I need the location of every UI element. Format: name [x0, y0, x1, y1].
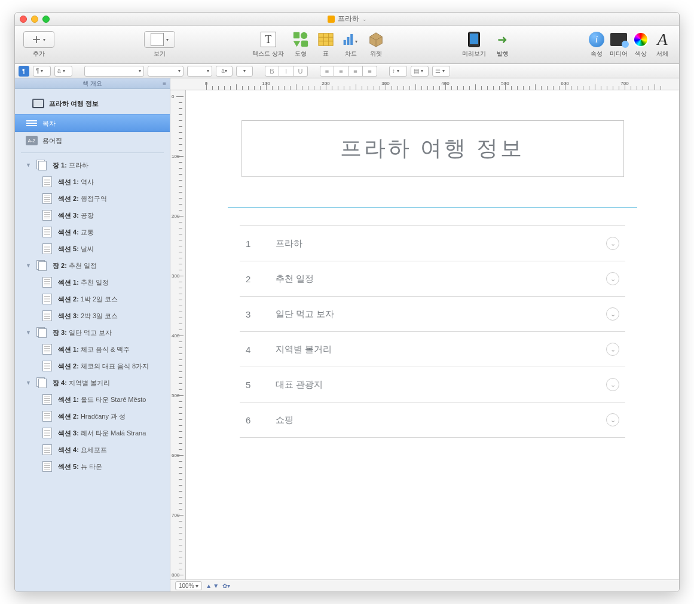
sidebar-chapter[interactable]: ▼장 4: 지역별 볼거리 [15, 374, 170, 391]
toc-row[interactable]: 4지역별 볼거리⌄ [240, 332, 625, 367]
widget-icon [368, 31, 384, 48]
bold-button[interactable]: B [265, 66, 279, 77]
media-icon [610, 33, 627, 46]
toc-title: 일단 먹고 보자 [264, 309, 606, 320]
sidebar: 책 개요 ≡ 프라하 여행 정보 목차 A-Z 용어집 [15, 78, 170, 591]
toc-list: 1프라하⌄2추천 일정⌄3일단 먹고 보자⌄4지역별 볼거리⌄5대표 관광지⌄6… [240, 225, 625, 438]
toc-row[interactable]: 6쇼핑⌄ [240, 402, 625, 438]
textbox-button[interactable]: T [260, 31, 277, 48]
maximize-button[interactable] [42, 16, 50, 23]
list-select[interactable]: ☰▾ [432, 66, 450, 77]
sidebar-section[interactable]: 섹션 1: 체코 음식 & 맥주 [15, 341, 170, 358]
paragraph-style-select[interactable]: ¶▾ [33, 66, 51, 77]
page-title-box[interactable]: 프라하 여행 정보 [241, 120, 624, 177]
horizontal-ruler[interactable]: 0100200300400500600700 [170, 78, 679, 90]
section-label: 섹션 3: 레서 타운 Malá Strana [58, 429, 146, 438]
svg-rect-10 [347, 37, 350, 45]
sidebar-chapter[interactable]: ▼장 1: 프라하 [15, 157, 170, 173]
media-button[interactable] [610, 31, 627, 48]
next-page-button[interactable]: ▼ [213, 583, 219, 589]
toc-row[interactable]: 1프라하⌄ [240, 225, 625, 261]
close-button[interactable] [20, 16, 27, 23]
underline-button[interactable]: U [294, 66, 308, 77]
sidebar-section[interactable]: 섹션 5: 뉴 타운 [15, 458, 170, 475]
status-bar: 100% ▾ ▲ ▼ ✿▾ [170, 580, 679, 591]
minimize-button[interactable] [31, 16, 38, 23]
sidebar-section[interactable]: 섹션 3: 레서 타운 Malá Strana [15, 425, 170, 441]
media-label: 미디어 [610, 50, 628, 58]
pilcrow-button[interactable]: ¶ [19, 66, 29, 77]
prev-page-button[interactable]: ▲ [206, 583, 212, 589]
align-group: ≡ ≡ ≡ ≡ [320, 66, 377, 77]
expand-icon[interactable]: ⌄ [606, 272, 619, 285]
sidebar-chapter[interactable]: ▼장 2: 추천 일정 [15, 257, 170, 274]
window-title[interactable]: 프라하 ⌄ [328, 14, 367, 24]
expand-icon[interactable]: ⌄ [606, 413, 619, 426]
toc-title: 대표 관광지 [264, 379, 606, 391]
columns-select[interactable]: ▤▾ [411, 66, 429, 77]
char-style-select[interactable]: a▾ [54, 66, 72, 77]
italic-button[interactable]: I [279, 66, 294, 77]
toc-row[interactable]: 3일단 먹고 보자⌄ [240, 297, 625, 332]
section-icon [42, 210, 52, 221]
sidebar-section[interactable]: 섹션 1: 역사 [15, 173, 170, 190]
shapes-button[interactable] [292, 31, 309, 48]
zoom-select[interactable]: 100% ▾ [175, 581, 202, 590]
sidebar-section[interactable]: 섹션 3: 공항 [15, 207, 170, 224]
section-label: 섹션 2: 행정구역 [58, 194, 107, 203]
sidebar-menu-icon[interactable]: ≡ [163, 80, 166, 87]
sidebar-section[interactable]: 섹션 2: 1박 2일 코스 [15, 291, 170, 307]
sidebar-section[interactable]: 섹션 1: 추천 일정 [15, 274, 170, 291]
line-spacing-select[interactable]: ↕▾ [389, 66, 407, 77]
disclosure-triangle-icon[interactable]: ▼ [26, 330, 31, 336]
sidebar-glossary[interactable]: A-Z 용어집 [15, 132, 170, 149]
toc-row[interactable]: 2추천 일정⌄ [240, 261, 625, 297]
bg-color-swatch[interactable]: ▾ [236, 66, 253, 77]
chart-button[interactable]: ▾ [343, 31, 359, 48]
disclosure-triangle-icon[interactable]: ▼ [26, 162, 31, 168]
sidebar-section[interactable]: 섹션 2: 행정구역 [15, 190, 170, 207]
vertical-ruler[interactable]: 0100200300400500600700800 [170, 90, 186, 580]
text-color-swatch[interactable]: a▾ [216, 66, 233, 77]
expand-icon[interactable]: ⌄ [606, 343, 619, 356]
font-size-select[interactable]: ▾ [187, 66, 212, 77]
fonts-button[interactable]: A [654, 31, 671, 48]
toolbar: + ▾ 추가 ▾ 보기 T 텍스트 상자 [15, 26, 679, 64]
sidebar-section[interactable]: 섹션 4: 요세포프 [15, 441, 170, 458]
view-icon [151, 33, 164, 46]
disclosure-triangle-icon[interactable]: ▼ [26, 263, 31, 269]
inspector-button[interactable]: i [588, 31, 605, 48]
view-options-button[interactable]: ✿▾ [222, 583, 230, 589]
align-justify-button[interactable]: ≡ [363, 66, 377, 77]
expand-icon[interactable]: ⌄ [606, 237, 619, 250]
preview-button[interactable] [466, 31, 482, 48]
sidebar-chapter[interactable]: ▼장 3: 일단 먹고 보자 [15, 324, 170, 341]
text-style-group: B I U [265, 66, 308, 77]
expand-icon[interactable]: ⌄ [606, 378, 619, 391]
align-center-button[interactable]: ≡ [334, 66, 348, 77]
sidebar-section[interactable]: 섹션 4: 교통 [15, 224, 170, 240]
publish-button[interactable]: ➜ [494, 31, 511, 48]
widget-button[interactable] [368, 31, 384, 48]
disclosure-triangle-icon[interactable]: ▼ [26, 380, 31, 386]
table-button[interactable] [317, 31, 334, 48]
sidebar-book-title[interactable]: 프라하 여행 정보 [15, 93, 170, 114]
sidebar-toc[interactable]: 목차 [15, 114, 170, 132]
sidebar-section[interactable]: 섹션 2: 체코의 대표 음식 8가지 [15, 358, 170, 374]
sidebar-section[interactable]: 섹션 5: 날씨 [15, 240, 170, 257]
font-family-select[interactable]: ▾ [84, 66, 144, 77]
expand-icon[interactable]: ⌄ [606, 307, 619, 321]
view-button[interactable]: ▾ [144, 31, 175, 48]
toc-row[interactable]: 5대표 관광지⌄ [240, 367, 625, 402]
sidebar-section[interactable]: 섹션 2: Hradčany 과 성 [15, 408, 170, 425]
svg-text:▾: ▾ [356, 39, 358, 44]
align-left-button[interactable]: ≡ [320, 66, 334, 77]
sidebar-section[interactable]: 섹션 3: 2박 3일 코스 [15, 307, 170, 324]
sidebar-section[interactable]: 섹션 1: 올드 타운 Staré Město [15, 391, 170, 408]
font-style-select[interactable]: ▾ [148, 66, 184, 77]
add-button[interactable]: + ▾ [23, 31, 54, 48]
book-icon [32, 99, 44, 108]
align-right-button[interactable]: ≡ [348, 66, 363, 77]
page-canvas[interactable]: 프라하 여행 정보 1프라하⌄2추천 일정⌄3일단 먹고 보자⌄4지역별 볼거리… [186, 90, 679, 580]
colors-button[interactable] [632, 31, 649, 48]
